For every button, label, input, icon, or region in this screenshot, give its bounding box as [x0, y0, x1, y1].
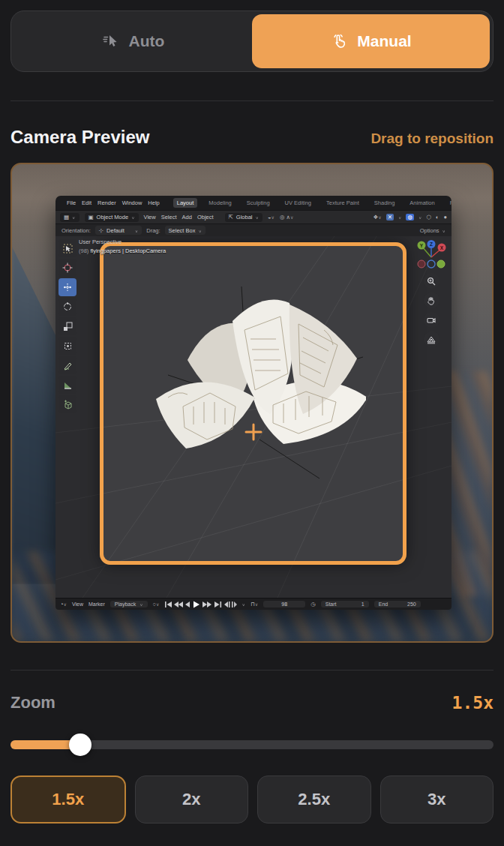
- divider-top: [10, 100, 494, 101]
- workspace-tabs: Layout Modeling Sculpting UV Editing Tex…: [173, 198, 452, 208]
- zoom-value: 1.5x: [452, 693, 494, 712]
- tab-animation[interactable]: Animation: [406, 198, 438, 208]
- viewport-toolbar: [58, 239, 76, 413]
- page-title: Camera Preview: [10, 127, 149, 148]
- camera-icon: [427, 316, 436, 325]
- annotate-tool[interactable]: [58, 356, 76, 374]
- menu-add[interactable]: Add: [182, 214, 192, 220]
- move-tool[interactable]: [58, 278, 76, 296]
- tab-modeling[interactable]: Modeling: [205, 198, 235, 208]
- timeline-editor-icon[interactable]: ◔∨: [60, 601, 67, 608]
- menu-edit[interactable]: Edit: [82, 200, 92, 206]
- preset-3x-button[interactable]: 3x: [380, 776, 494, 824]
- view-perspective-label: User Perspective: [79, 238, 166, 247]
- rotate-tool[interactable]: [58, 298, 76, 316]
- tab-uv-editing[interactable]: UV Editing: [281, 198, 315, 208]
- tab-layout[interactable]: Layout: [173, 198, 198, 208]
- object-mode-icon: ▣: [88, 214, 94, 220]
- grid-icon: [427, 335, 436, 344]
- measure-tool[interactable]: [58, 376, 76, 394]
- shading-material-icon[interactable]: ●: [443, 214, 447, 220]
- blender-menubar: File Edit Render Window Help Layout Mode…: [56, 196, 452, 210]
- mode-toggle[interactable]: Auto Manual: [10, 10, 494, 72]
- viewport-nav-gizmos: Y Z X: [416, 239, 447, 347]
- camera-preview-panel[interactable]: File Edit Render Window Help Layout Mode…: [10, 163, 494, 643]
- object-mode-dropdown[interactable]: ▣Object Mode∨: [85, 213, 139, 222]
- magnifier-icon: [427, 277, 436, 286]
- blender-window: File Edit Render Window Help Layout Mode…: [56, 196, 452, 610]
- move-tool-icon: [62, 282, 73, 292]
- timeline-view-menu[interactable]: View: [72, 602, 83, 607]
- transport-controls[interactable]: [165, 601, 237, 608]
- manual-mode-button[interactable]: Manual: [252, 14, 490, 68]
- orientation-default-dropdown[interactable]: ⊹Default∨: [95, 226, 142, 235]
- tab-rendering[interactable]: Rendering: [446, 198, 452, 208]
- tab-shading[interactable]: Shading: [370, 198, 399, 208]
- current-frame-field[interactable]: 98: [263, 601, 305, 608]
- tab-texture-paint[interactable]: Texture Paint: [322, 198, 363, 208]
- auto-mode-button[interactable]: Auto: [14, 14, 252, 68]
- timeline-marker-menu[interactable]: Marker: [88, 602, 105, 607]
- transform-tool[interactable]: [58, 337, 76, 355]
- options-dropdown[interactable]: Options∨: [420, 227, 446, 234]
- preset-2-5x-button[interactable]: 2.5x: [257, 776, 371, 824]
- viewport-3d[interactable]: User Perspective (98) flyingpapers | Des…: [56, 236, 452, 598]
- drag-mode-dropdown[interactable]: Select Box∨: [165, 226, 206, 235]
- camera-view-button[interactable]: [424, 312, 440, 328]
- menu-render[interactable]: Render: [98, 200, 116, 206]
- zoom-view-button[interactable]: [424, 273, 440, 289]
- shading-solid-icon[interactable]: ◐: [436, 214, 440, 220]
- editor-type-button[interactable]: ▦∨: [60, 213, 80, 222]
- global-axis-icon: ⇱: [229, 214, 233, 220]
- visibility-icon[interactable]: ❖∨: [374, 214, 382, 220]
- menu-object[interactable]: Object: [197, 214, 214, 220]
- autokey-icon[interactable]: ○∨: [153, 601, 160, 608]
- ortho-toggle-button[interactable]: [424, 332, 440, 347]
- timeline-bar: ◔∨ View Marker Playback∨ ○∨ ∨ ⊓∨ 98: [56, 598, 452, 610]
- annotate-tool-icon: [63, 361, 73, 370]
- add-cube-tool[interactable]: [58, 395, 76, 413]
- preset-1-5x-button[interactable]: 1.5x: [10, 776, 126, 824]
- viewport-display-icons: ❖∨ ✕∨ ◍∨ ⬡ ◐ ●: [374, 214, 447, 220]
- editor-type-icon: ▦: [64, 214, 69, 220]
- overlays-icon[interactable]: ◍: [406, 214, 414, 220]
- slider-thumb[interactable]: [69, 734, 92, 756]
- shading-wire-icon[interactable]: ⬡: [426, 214, 431, 220]
- menu-file[interactable]: File: [67, 200, 76, 206]
- step-options-chevron[interactable]: ∨: [242, 602, 245, 607]
- snap-icon[interactable]: ◒∨: [268, 214, 274, 220]
- zoom-slider[interactable]: [10, 734, 494, 756]
- select-box-tool[interactable]: [58, 239, 76, 257]
- playback-dropdown[interactable]: Playback∨: [110, 601, 148, 608]
- camera-capture-region[interactable]: [100, 242, 406, 565]
- preset-2x-button[interactable]: 2x: [135, 776, 249, 824]
- menu-select[interactable]: Select: [161, 214, 177, 220]
- svg-text:Z: Z: [430, 242, 433, 247]
- rotate-tool-icon: [62, 302, 73, 312]
- menu-help[interactable]: Help: [148, 200, 159, 206]
- menu-view[interactable]: View: [144, 214, 156, 220]
- tap-hand-icon: [330, 32, 348, 50]
- scene-collection-label: flyingpapers | DesktopCamera: [90, 248, 166, 254]
- xray-icon[interactable]: ✕: [386, 214, 394, 220]
- menu-window[interactable]: Window: [122, 200, 142, 206]
- scale-tool[interactable]: [58, 317, 76, 335]
- add-cube-icon: [63, 400, 73, 410]
- frame-prefix: (98): [79, 248, 88, 254]
- keying-set-icon[interactable]: ⊓∨: [250, 601, 258, 608]
- proportional-edit-icon[interactable]: ◎ ∧∨: [280, 214, 294, 220]
- wallpaper-mountain: [12, 247, 58, 584]
- orientation-dropdown[interactable]: ⇱Global∨: [225, 213, 262, 222]
- end-frame-field[interactable]: End250: [374, 601, 421, 608]
- svg-text:X: X: [440, 245, 444, 250]
- pan-view-button[interactable]: [424, 292, 440, 308]
- start-frame-field[interactable]: Start1: [321, 601, 369, 608]
- tab-sculpting[interactable]: Sculpting: [243, 198, 274, 208]
- cursor-tool[interactable]: [58, 259, 76, 277]
- measure-tool-icon: [63, 380, 73, 390]
- cursor-pivot-icon: ⊹: [99, 227, 104, 234]
- axis-gizmo[interactable]: Y Z X: [416, 239, 447, 269]
- stopwatch-icon: ◷: [310, 601, 316, 608]
- scale-tool-icon: [63, 322, 73, 332]
- tool-settings-bar: Orientation: ⊹Default∨ Drag: Select Box∨…: [56, 224, 452, 236]
